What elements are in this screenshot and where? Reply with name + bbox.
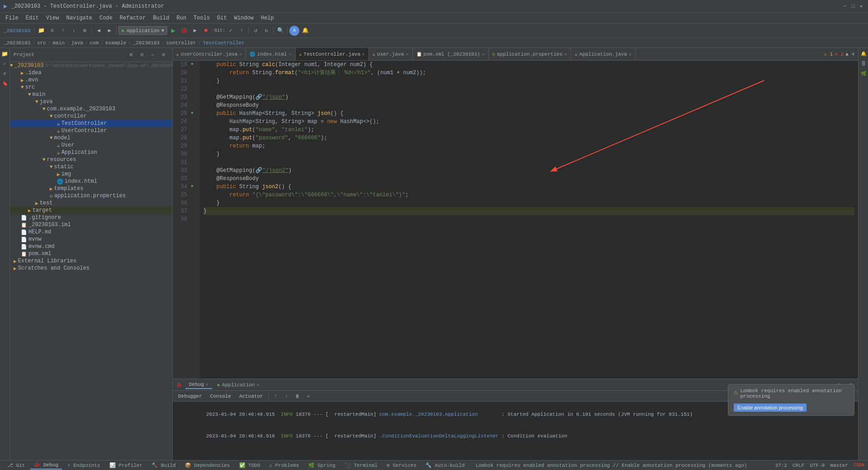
status-terminal-tab[interactable]: ⬛ Terminal xyxy=(341,461,381,469)
tree-item-root[interactable]: ▼ _20230103 D:\workspace\workspace_javae… xyxy=(10,62,172,69)
tree-item-index-html[interactable]: 🌐 index.html xyxy=(10,178,172,185)
commit-icon[interactable]: ✓ xyxy=(1,60,9,68)
tree-item-user[interactable]: ☕ User xyxy=(10,142,172,149)
breadcrumb-part-6[interactable]: _20230103 xyxy=(133,40,160,46)
menu-file[interactable]: File xyxy=(2,14,22,22)
tree-item-target[interactable]: ▶ target xyxy=(10,207,172,214)
tab-application-properties[interactable]: ⚙ application.properties ✕ xyxy=(489,48,571,61)
menu-code[interactable]: Code xyxy=(96,14,116,22)
tree-item-img[interactable]: ▶ img xyxy=(10,171,172,178)
tree-item-mvn[interactable]: ▶ .mvn xyxy=(10,76,172,84)
log-class-2[interactable]: .ConditionEvaluationDeltaLoggingListener xyxy=(379,433,499,439)
status-spring-tab[interactable]: 🌿 Spring xyxy=(305,461,339,469)
tree-item-help[interactable]: 📄 HELP.md xyxy=(10,228,172,236)
scroll-down-button[interactable]: ↓ xyxy=(282,391,292,401)
stop-button[interactable]: ■ xyxy=(201,26,211,36)
git-push-button[interactable]: ↑ xyxy=(236,26,246,36)
tab-usercontroller[interactable]: ☕ UserController.java ✕ xyxy=(173,48,246,61)
tree-item-model[interactable]: ▼ model xyxy=(10,134,172,142)
tree-item-idea[interactable]: ▶ .idea xyxy=(10,69,172,76)
menu-view[interactable]: View xyxy=(42,14,63,22)
run-button[interactable]: ▶ xyxy=(168,26,178,36)
back-button[interactable]: ◀ xyxy=(94,26,104,36)
menu-build[interactable]: Build xyxy=(149,14,173,22)
project-view-icon[interactable]: 📁 xyxy=(1,50,9,58)
minimize-button[interactable]: ─ xyxy=(842,3,848,9)
tree-item-testcontroller[interactable]: ☕ TestController xyxy=(10,120,172,127)
tab-application-java[interactable]: ☕ Application.java ✕ xyxy=(571,48,636,61)
tree-item-gitignore[interactable]: 📄 .gitignore xyxy=(10,214,172,221)
collapse-all-button[interactable]: ⊟ xyxy=(137,50,147,60)
breadcrumb-part-3[interactable]: java xyxy=(71,40,83,46)
actuator-tab[interactable]: Actuator xyxy=(236,393,267,400)
breadcrumb-part-5[interactable]: example xyxy=(105,40,126,46)
database-side-icon[interactable]: 🗄 xyxy=(859,60,868,68)
tree-item-controller[interactable]: ▼ controller xyxy=(10,113,172,120)
notifications-side-icon[interactable]: 🔔 xyxy=(859,50,868,58)
enable-annotation-processing-button[interactable]: Enable annotation processing xyxy=(734,404,807,412)
undo-button[interactable]: ↺ xyxy=(250,26,260,36)
tab-pom[interactable]: 📋 pom.xml (_20230103) ✕ xyxy=(413,48,489,61)
breadcrumb-part-0[interactable]: _20230103 xyxy=(4,40,30,46)
navigate-up-button[interactable]: ↑ xyxy=(58,26,68,36)
menu-git[interactable]: Git xyxy=(213,14,231,22)
status-build-tab[interactable]: 🔨 Build xyxy=(148,461,179,469)
breadcrumb-part-8[interactable]: TestController xyxy=(203,40,244,46)
tree-item-resources[interactable]: ▼ resources xyxy=(10,156,172,163)
debug-tab-close[interactable]: ✕ xyxy=(206,382,208,387)
status-git-tab[interactable]: ⎇ Git xyxy=(4,461,28,469)
tree-item-application[interactable]: ☕ Application xyxy=(10,149,172,156)
tree-item-external-libs[interactable]: ▶ External Libraries xyxy=(10,257,172,265)
tree-item-main[interactable]: ▼ main xyxy=(10,91,172,98)
tab-index-html-close[interactable]: ✕ xyxy=(289,52,292,57)
spring-side-icon[interactable]: 🌿 xyxy=(859,70,868,78)
breadcrumb-part-2[interactable]: main xyxy=(52,40,64,46)
close-button[interactable]: ✕ xyxy=(858,3,864,9)
tab-app-java-close[interactable]: ✕ xyxy=(629,52,632,57)
log-class-1[interactable]: com.example._20230103.Application xyxy=(379,412,478,417)
tab-testcontroller[interactable]: ☕ TestController.java ✕ xyxy=(296,48,369,61)
menu-window[interactable]: Window xyxy=(231,14,257,22)
search-everywhere-button[interactable]: 🔍 xyxy=(275,26,285,36)
status-todo-tab[interactable]: ✅ TODO xyxy=(236,461,264,469)
user-avatar[interactable]: A xyxy=(289,26,299,36)
application-tab[interactable]: ▶ Application ✕ xyxy=(214,381,263,389)
debugger-tab[interactable]: Debugger xyxy=(175,393,206,400)
tree-item-iml[interactable]: 📋 _20230103.iml xyxy=(10,221,172,228)
settings-button[interactable]: ⚙ xyxy=(80,26,90,36)
tree-item-java[interactable]: ▼ java xyxy=(10,98,172,105)
debug-tab[interactable]: Debug ✕ xyxy=(185,381,212,389)
expand-all-button[interactable]: ⊞ xyxy=(126,50,136,60)
tab-app-prop-close[interactable]: ✕ xyxy=(564,52,567,57)
breadcrumb-part-1[interactable]: src xyxy=(37,40,46,46)
maximize-button[interactable]: □ xyxy=(850,3,856,9)
redo-button[interactable]: ↻ xyxy=(261,26,271,36)
run-config-selector[interactable]: ▶ Application ▼ xyxy=(118,26,167,35)
project-settings-button[interactable]: ⚙ xyxy=(159,50,169,60)
status-services-tab[interactable]: ⚙ Services xyxy=(383,461,420,469)
tree-item-templates[interactable]: ▶ templates xyxy=(10,185,172,192)
breadcrumb-part-4[interactable]: com xyxy=(90,40,99,46)
scroll-up-button[interactable]: ↑ xyxy=(271,391,281,401)
menu-run[interactable]: Run xyxy=(173,14,190,22)
tree-item-mvnw-cmd[interactable]: 📄 mvnw.cmd xyxy=(10,243,172,250)
debug-button[interactable]: 🐞 xyxy=(179,26,189,36)
menu-tools[interactable]: Tools xyxy=(190,14,213,22)
menu-edit[interactable]: Edit xyxy=(22,14,42,22)
autoscroll-button[interactable]: ↔ xyxy=(148,50,158,60)
status-dependencies-tab[interactable]: 📦 Dependencies xyxy=(181,461,234,469)
status-debug-tab[interactable]: 🐞 Debug xyxy=(30,461,62,470)
git-branch-button[interactable]: Git: xyxy=(215,26,225,36)
tab-pom-close[interactable]: ✕ xyxy=(482,52,485,57)
tree-item-src[interactable]: ▼ src xyxy=(10,84,172,91)
git-update-button[interactable]: ✓ xyxy=(226,26,236,36)
tree-item-com-example[interactable]: ▼ com.example._20230103 xyxy=(10,105,172,113)
recent-files-button[interactable]: 📁 xyxy=(36,26,46,36)
tab-user[interactable]: ☕ User.java ✕ xyxy=(369,48,412,61)
structure-side-icon[interactable]: ≡ xyxy=(1,70,9,78)
notifications-button[interactable]: 🔔 xyxy=(300,26,310,36)
status-problems-tab[interactable]: ⚠ Problems xyxy=(266,461,303,469)
run-with-coverage-button[interactable]: ▶ xyxy=(190,26,200,36)
menu-navigate[interactable]: Navigate xyxy=(62,14,96,22)
wrap-button[interactable]: ↩ xyxy=(303,391,313,401)
